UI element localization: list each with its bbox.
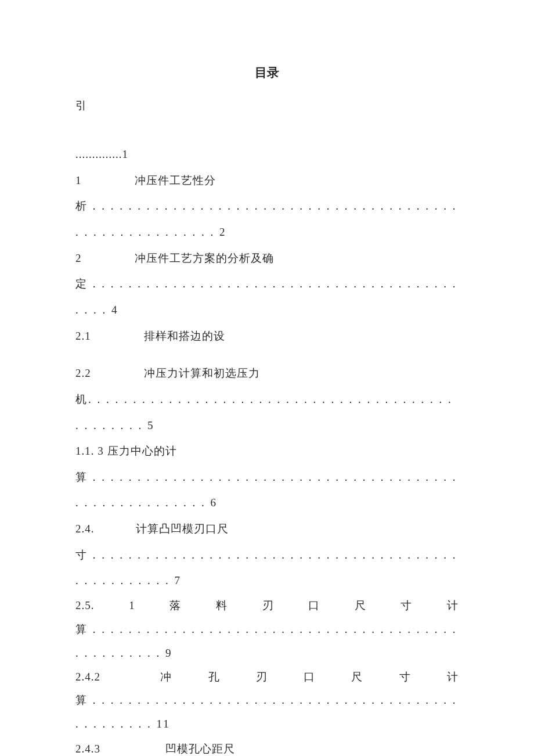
toc-text: 冲压力计算和初选压力: [144, 367, 260, 379]
toc-leader: 析 . . . . . . . . . . . . . . . . . . . …: [75, 200, 457, 238]
toc-number: 1: [75, 174, 82, 186]
toc-text: 计算凸凹模刃口尺: [136, 523, 229, 535]
toc-text: 凹模孔心距尺: [165, 743, 235, 755]
toc-number: 2.4.3: [75, 743, 100, 755]
toc-entry: 2 冲压件工艺方案的分析及确: [75, 246, 459, 272]
toc-entry: 定 . . . . . . . . . . . . . . . . . . . …: [75, 271, 459, 323]
toc-leader: 机. . . . . . . . . . . . . . . . . . . .…: [75, 393, 453, 431]
toc-entry: 机. . . . . . . . . . . . . . . . . . . .…: [75, 387, 459, 438]
toc-leader: 算 . . . . . . . . . . . . . . . . . . . …: [75, 623, 457, 659]
document-page: 目录 引 ..............1 1 冲压件工艺性分 析 . . . .…: [0, 0, 534, 756]
toc-entry: 寸 . . . . . . . . . . . . . . . . . . . …: [75, 542, 459, 594]
toc-title: 目录: [75, 64, 459, 82]
toc-text: 2.5. 1 落 料 刃 口 尺 寸 计: [75, 599, 459, 611]
toc-entry: 2.1 排样和搭边的设: [75, 323, 459, 350]
toc-entry: 1 冲压件工艺性分: [75, 168, 459, 194]
toc-leader: ..............1: [75, 148, 128, 160]
toc-leader: 定 . . . . . . . . . . . . . . . . . . . …: [75, 278, 457, 316]
toc-text: 引: [75, 99, 87, 111]
toc-leader: 寸 . . . . . . . . . . . . . . . . . . . …: [75, 549, 457, 587]
toc-number: 2.1: [75, 330, 91, 342]
spacer: [75, 118, 459, 142]
toc-leader: 算 . . . . . . . . . . . . . . . . . . . …: [75, 694, 457, 730]
toc-text: 1.1. 3 压力中心的计: [75, 445, 177, 457]
toc-number: 2.4.: [75, 523, 95, 535]
toc-entry: 2.2 冲压力计算和初选压力: [75, 361, 459, 387]
toc-entry: 算 . . . . . . . . . . . . . . . . . . . …: [75, 465, 459, 516]
toc-entry: 析 . . . . . . . . . . . . . . . . . . . …: [75, 193, 459, 245]
spacer: [75, 349, 459, 361]
toc-entry: 引: [75, 93, 459, 119]
toc-text: 冲压件工艺性分: [135, 174, 216, 186]
toc-entry: 2.4.3 凹模孔心距尺: [75, 736, 459, 756]
toc-entry: 1.1. 3 压力中心的计: [75, 438, 459, 465]
toc-entry: 2.4.2 冲 孔 刃 口 尺 寸 计: [75, 665, 459, 689]
toc-number: 2: [75, 252, 82, 264]
toc-entry: 2.5. 1 落 料 刃 口 尺 寸 计: [75, 594, 459, 618]
toc-entry: ..............1: [75, 142, 459, 168]
toc-entry: 算 . . . . . . . . . . . . . . . . . . . …: [75, 618, 459, 665]
toc-text: 冲压件工艺方案的分析及确: [135, 252, 274, 264]
toc-text: 2.4.2 冲 孔 刃 口 尺 寸 计: [75, 671, 459, 683]
toc-entry: 算 . . . . . . . . . . . . . . . . . . . …: [75, 689, 459, 736]
toc-leader: 算 . . . . . . . . . . . . . . . . . . . …: [75, 471, 457, 509]
toc-text: 排样和搭边的设: [144, 330, 225, 342]
toc-entry: 2.4. 计算凸凹模刃口尺: [75, 516, 459, 542]
toc-number: 2.2: [75, 367, 91, 379]
